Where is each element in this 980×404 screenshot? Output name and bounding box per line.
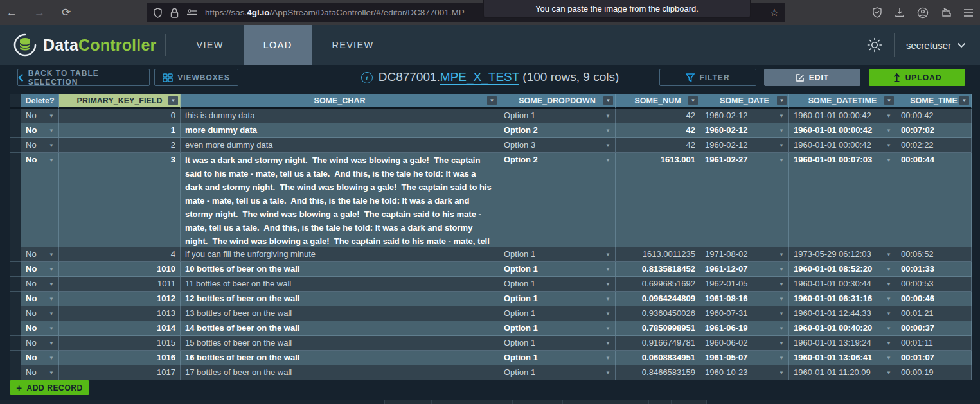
row-gutter[interactable] <box>10 321 21 336</box>
cell-date[interactable]: 1960-06-02▼ <box>700 336 789 351</box>
username-label[interactable]: secretuser <box>906 40 951 51</box>
tab-review[interactable]: REVIEW <box>312 25 393 65</box>
column-filter-dropdown-icon[interactable]: ▼ <box>777 96 787 105</box>
dropdown-caret-icon[interactable]: ▼ <box>779 308 784 321</box>
cell-dropdown[interactable]: Option 1▼ <box>499 247 616 262</box>
dropdown-caret-icon[interactable]: ▼ <box>49 249 54 261</box>
cell-num[interactable]: 1613.0011235 <box>616 247 700 262</box>
cell-pk[interactable]: 1012 <box>59 292 181 306</box>
cell-datetime[interactable]: 1960-01-01 00:40:20▼ <box>789 321 896 336</box>
cell-char[interactable]: if you can fill the unforgiving minute <box>181 247 499 262</box>
cell-time[interactable]: 00:00:19 <box>896 365 972 380</box>
downloads-icon[interactable] <box>895 7 905 18</box>
column-header-date[interactable]: SOME_DATE▼ <box>700 94 789 109</box>
dropdown-caret-icon[interactable]: ▼ <box>49 337 54 350</box>
cell-dropdown[interactable]: Option 1▼ <box>499 109 616 123</box>
cell-date[interactable]: 1961-05-07▼ <box>700 351 789 365</box>
cell-time[interactable]: 00:02:22 <box>896 138 972 153</box>
dropdown-caret-icon[interactable]: ▼ <box>605 322 610 335</box>
cell-datetime[interactable]: 1960-01-01 00:00:42▼ <box>789 109 896 123</box>
dropdown-caret-icon[interactable]: ▼ <box>886 278 891 291</box>
column-filter-dropdown-icon[interactable]: ▼ <box>487 96 497 105</box>
cell-delete[interactable]: No▼ <box>21 321 59 336</box>
cell-date[interactable]: 1960-10-23▼ <box>700 365 789 380</box>
cell-pk[interactable]: 1016 <box>59 351 181 365</box>
menu-hamburger-icon[interactable] <box>963 8 974 17</box>
cell-time[interactable]: 00:00:53 <box>896 277 972 292</box>
row-gutter[interactable] <box>10 365 21 380</box>
cell-delete[interactable]: No▼ <box>21 306 59 321</box>
extension-icon[interactable] <box>941 7 951 18</box>
cell-date[interactable]: 1961-02-27▼ <box>700 153 789 247</box>
dropdown-caret-icon[interactable]: ▼ <box>49 263 54 276</box>
cell-pk[interactable]: 3 <box>59 153 181 247</box>
dropdown-caret-icon[interactable]: ▼ <box>886 293 891 306</box>
lock-icon[interactable] <box>170 8 179 18</box>
cell-datetime[interactable]: 1960-01-01 08:52:20▼ <box>789 262 896 277</box>
cell-datetime[interactable]: 1960-01-01 00:00:42▼ <box>789 138 896 153</box>
dropdown-caret-icon[interactable]: ▼ <box>886 125 891 137</box>
row-gutter[interactable] <box>10 351 21 365</box>
cell-num[interactable]: 0.6996851692 <box>616 277 700 292</box>
dropdown-caret-icon[interactable]: ▼ <box>886 337 891 350</box>
dropdown-caret-icon[interactable]: ▼ <box>779 125 784 137</box>
cell-time[interactable]: 00:01:33 <box>896 262 972 277</box>
cell-dropdown[interactable]: Option 1▼ <box>499 262 616 277</box>
cell-delete[interactable]: No▼ <box>21 365 59 380</box>
back-to-table-selection-button[interactable]: BACK TO TABLE SELECTION <box>17 69 150 86</box>
dropdown-caret-icon[interactable]: ▼ <box>49 367 54 380</box>
cell-dropdown[interactable]: Option 1▼ <box>499 277 616 292</box>
user-chevron-down-icon[interactable] <box>957 42 966 48</box>
dropdown-caret-icon[interactable]: ▼ <box>886 308 891 321</box>
dropdown-caret-icon[interactable]: ▼ <box>779 154 784 167</box>
site-permissions-icon[interactable] <box>186 8 197 17</box>
cell-delete[interactable]: No▼ <box>21 109 59 123</box>
cell-num[interactable]: 42 <box>616 109 700 123</box>
cell-date[interactable]: 1961-06-19▼ <box>700 321 789 336</box>
cell-num[interactable]: 0.8135818452 <box>616 262 700 277</box>
dropdown-caret-icon[interactable]: ▼ <box>779 263 784 276</box>
cell-char[interactable]: 15 bottles of beer on the wall <box>181 336 499 351</box>
row-gutter[interactable] <box>10 262 21 277</box>
browser-back-icon[interactable]: ← <box>6 6 17 19</box>
row-gutter[interactable] <box>10 123 21 138</box>
cell-pk[interactable]: 1017 <box>59 365 181 380</box>
cell-delete[interactable]: No▼ <box>21 277 59 292</box>
cell-delete[interactable]: No▼ <box>21 123 59 138</box>
dropdown-caret-icon[interactable]: ▼ <box>605 110 610 123</box>
add-record-button[interactable]: + ADD RECORD <box>10 380 89 395</box>
cell-dropdown[interactable]: Option 1▼ <box>499 292 616 306</box>
dropdown-caret-icon[interactable]: ▼ <box>779 249 784 261</box>
cell-dropdown[interactable]: Option 1▼ <box>499 365 616 380</box>
tracking-protection-shield-icon[interactable] <box>153 8 163 18</box>
edit-button[interactable]: EDIT <box>764 69 860 86</box>
cell-num[interactable]: 0.0964244809 <box>616 292 700 306</box>
cell-pk[interactable]: 4 <box>59 247 181 262</box>
cell-char[interactable]: 16 bottles of beer on the wall <box>181 351 499 365</box>
cell-datetime[interactable]: 1960-01-01 00:00:42▼ <box>789 123 896 138</box>
dropdown-caret-icon[interactable]: ▼ <box>779 337 784 350</box>
cell-time[interactable]: 00:00:42 <box>896 109 972 123</box>
column-header-num[interactable]: SOME_NUM▼ <box>616 94 700 109</box>
cell-pk[interactable]: 1 <box>59 123 181 138</box>
cell-time[interactable]: 00:01:07 <box>896 351 972 365</box>
dropdown-caret-icon[interactable]: ▼ <box>49 139 54 152</box>
dropdown-caret-icon[interactable]: ▼ <box>49 278 54 291</box>
cell-delete[interactable]: No▼ <box>21 262 59 277</box>
column-header-char[interactable]: SOME_CHAR▼ <box>181 94 499 109</box>
cell-delete[interactable]: No▼ <box>21 247 59 262</box>
column-header-pk[interactable]: PRIMARY_KEY_FIELD▼ <box>59 94 181 109</box>
row-gutter[interactable] <box>10 306 21 321</box>
dropdown-caret-icon[interactable]: ▼ <box>779 278 784 291</box>
cell-char[interactable]: 11 bottles of beer on the wall <box>181 277 499 292</box>
cell-pk[interactable]: 0 <box>59 109 181 123</box>
datacontroller-logo[interactable]: DataController <box>13 33 156 57</box>
cell-char[interactable]: 13 bottles of beer on the wall <box>181 306 499 321</box>
cell-date[interactable]: 1961-12-07▼ <box>700 262 789 277</box>
cell-datetime[interactable]: 1960-01-01 13:06:41▼ <box>789 351 896 365</box>
theme-toggle-sun-icon[interactable] <box>867 37 882 53</box>
info-icon[interactable]: i <box>361 72 373 83</box>
cell-char[interactable]: 14 bottles of beer on the wall <box>181 321 499 336</box>
column-header-time[interactable]: SOME_TIME▼ <box>896 94 972 109</box>
cell-num[interactable]: 1613.001 <box>616 153 700 247</box>
